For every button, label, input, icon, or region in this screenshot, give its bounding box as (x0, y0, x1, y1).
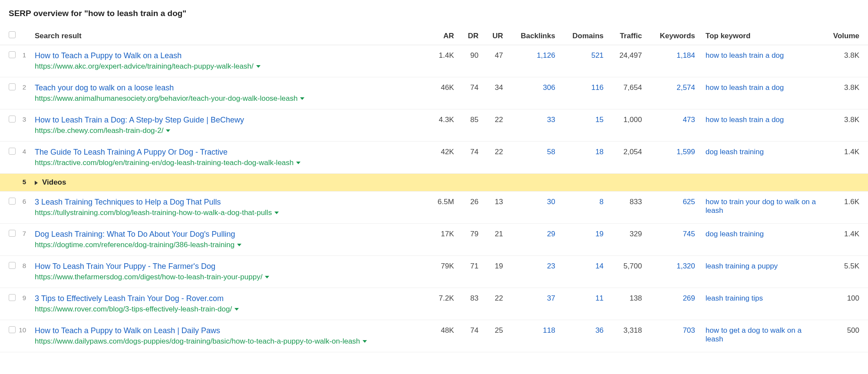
cell-backlinks[interactable]: 118 (508, 320, 560, 352)
result-url-text: https://www.akc.org/expert-advice/traini… (35, 62, 254, 71)
row-checkbox[interactable] (9, 262, 16, 269)
videos-toggle[interactable]: Videos (30, 174, 868, 192)
cell-backlinks[interactable]: 29 (508, 224, 560, 256)
cell-top-keyword[interactable]: dog leash training (700, 224, 822, 256)
row-index: 8 (18, 256, 30, 288)
cell-keywords[interactable]: 1,184 (647, 45, 700, 77)
result-title-link[interactable]: How to Teach a Puppy to Walk on a Leash (35, 51, 423, 60)
cell-domains[interactable]: 15 (561, 109, 609, 142)
cell-dr: 83 (459, 288, 484, 320)
header-traffic[interactable]: Traffic (609, 27, 647, 45)
row-checkbox[interactable] (9, 198, 16, 205)
cell-domains[interactable]: 19 (561, 224, 609, 256)
caret-down-icon[interactable] (265, 276, 269, 278)
cell-dr: 74 (459, 142, 484, 174)
cell-ar: 17K (428, 224, 459, 256)
result-cell: How to Leash Train a Dog: A Step-by Step… (30, 109, 428, 142)
header-search-result[interactable]: Search result (30, 27, 428, 45)
header-domains[interactable]: Domains (561, 27, 609, 45)
row-checkbox-cell (0, 288, 18, 320)
cell-domains[interactable]: 521 (561, 45, 609, 77)
row-checkbox[interactable] (9, 83, 16, 90)
row-checkbox[interactable] (9, 230, 16, 237)
caret-down-icon[interactable] (256, 65, 261, 68)
cell-top-keyword[interactable]: how to leash train a dog (700, 77, 822, 109)
result-url[interactable]: https://www.dailypaws.com/dogs-puppies/d… (35, 337, 423, 346)
header-ar[interactable]: AR (428, 27, 459, 45)
caret-down-icon[interactable] (234, 308, 239, 311)
caret-down-icon[interactable] (166, 129, 170, 132)
result-title-link[interactable]: How To Leash Train Your Puppy - The Farm… (35, 262, 423, 271)
result-url[interactable]: https://www.thefarmersdog.com/digest/how… (35, 273, 423, 281)
header-ur[interactable]: UR (484, 27, 508, 45)
cell-backlinks[interactable]: 33 (508, 109, 560, 142)
cell-dr: 74 (459, 320, 484, 352)
cell-domains[interactable]: 36 (561, 320, 609, 352)
row-checkbox[interactable] (9, 116, 16, 122)
cell-backlinks[interactable]: 1,126 (508, 45, 560, 77)
header-dr[interactable]: DR (459, 27, 484, 45)
result-url[interactable]: https://www.animalhumanesociety.org/beha… (35, 94, 423, 103)
caret-down-icon[interactable] (237, 244, 241, 246)
cell-volume: 1.6K (822, 192, 868, 224)
header-keywords[interactable]: Keywords (647, 27, 700, 45)
cell-domains[interactable]: 116 (561, 77, 609, 109)
result-url[interactable]: https://www.akc.org/expert-advice/traini… (35, 62, 423, 71)
result-url[interactable]: https://dogtime.com/reference/dog-traini… (35, 241, 423, 249)
caret-down-icon[interactable] (274, 212, 279, 214)
row-checkbox[interactable] (9, 148, 16, 155)
cell-domains[interactable]: 8 (561, 192, 609, 224)
videos-row[interactable]: 5Videos (0, 174, 868, 192)
cell-traffic: 3,318 (609, 320, 647, 352)
result-title-link[interactable]: The Guide To Leash Training A Puppy Or D… (35, 148, 423, 157)
result-url[interactable]: https://tullystraining.com/blog/leash-tr… (35, 209, 423, 217)
cell-top-keyword[interactable]: how to leash train a dog (700, 45, 822, 77)
row-checkbox[interactable] (9, 51, 16, 58)
result-title-link[interactable]: Dog Leash Training: What To Do About You… (35, 230, 423, 239)
header-volume[interactable]: Volume (822, 27, 868, 45)
cell-backlinks[interactable]: 30 (508, 192, 560, 224)
cell-backlinks[interactable]: 23 (508, 256, 560, 288)
select-all-checkbox[interactable] (9, 31, 16, 38)
cell-keywords[interactable]: 1,599 (647, 142, 700, 174)
result-url[interactable]: https://www.rover.com/blog/3-tips-effect… (35, 305, 423, 314)
result-title-link[interactable]: How to Teach a Puppy to Walk on Leash | … (35, 326, 423, 335)
result-title-link[interactable]: Teach your dog to walk on a loose leash (35, 83, 423, 93)
cell-backlinks[interactable]: 306 (508, 77, 560, 109)
cell-keywords[interactable]: 269 (647, 288, 700, 320)
cell-domains[interactable]: 18 (561, 142, 609, 174)
cell-ur: 22 (484, 288, 508, 320)
row-checkbox[interactable] (9, 326, 16, 333)
caret-down-icon[interactable] (296, 162, 300, 164)
result-title-link[interactable]: 3 Leash Training Techniques to Help a Do… (35, 198, 423, 207)
row-index: 5 (18, 174, 30, 192)
cell-keywords[interactable]: 1,320 (647, 256, 700, 288)
cell-top-keyword[interactable]: dog leash training (700, 142, 822, 174)
cell-domains[interactable]: 14 (561, 256, 609, 288)
cell-domains[interactable]: 11 (561, 288, 609, 320)
cell-top-keyword[interactable]: leash training tips (700, 288, 822, 320)
cell-keywords[interactable]: 625 (647, 192, 700, 224)
cell-traffic: 2,054 (609, 142, 647, 174)
cell-keywords[interactable]: 745 (647, 224, 700, 256)
cell-backlinks[interactable]: 58 (508, 142, 560, 174)
cell-top-keyword[interactable]: how to train your dog to walk on a leash (700, 192, 822, 224)
caret-down-icon[interactable] (300, 97, 304, 100)
cell-keywords[interactable]: 703 (647, 320, 700, 352)
cell-top-keyword[interactable]: how to leash train a dog (700, 109, 822, 142)
cell-keywords[interactable]: 2,574 (647, 77, 700, 109)
cell-top-keyword[interactable]: leash training a puppy (700, 256, 822, 288)
result-url[interactable]: https://tractive.com/blog/en/training-en… (35, 159, 423, 167)
result-title-link[interactable]: 3 Tips to Effectively Leash Train Your D… (35, 294, 423, 303)
result-url[interactable]: https://be.chewy.com/leash-train-dog-2/ (35, 126, 423, 135)
cell-ar: 6.5M (428, 192, 459, 224)
cell-keywords[interactable]: 473 (647, 109, 700, 142)
cell-backlinks[interactable]: 37 (508, 288, 560, 320)
row-checkbox[interactable] (9, 294, 16, 301)
header-top-keyword[interactable]: Top keyword (700, 27, 822, 45)
cell-top-keyword[interactable]: how to get a dog to walk on a leash (700, 320, 822, 352)
row-checkbox-cell (0, 256, 18, 288)
caret-down-icon[interactable] (363, 340, 367, 343)
header-backlinks[interactable]: Backlinks (508, 27, 560, 45)
result-title-link[interactable]: How to Leash Train a Dog: A Step-by Step… (35, 116, 423, 125)
